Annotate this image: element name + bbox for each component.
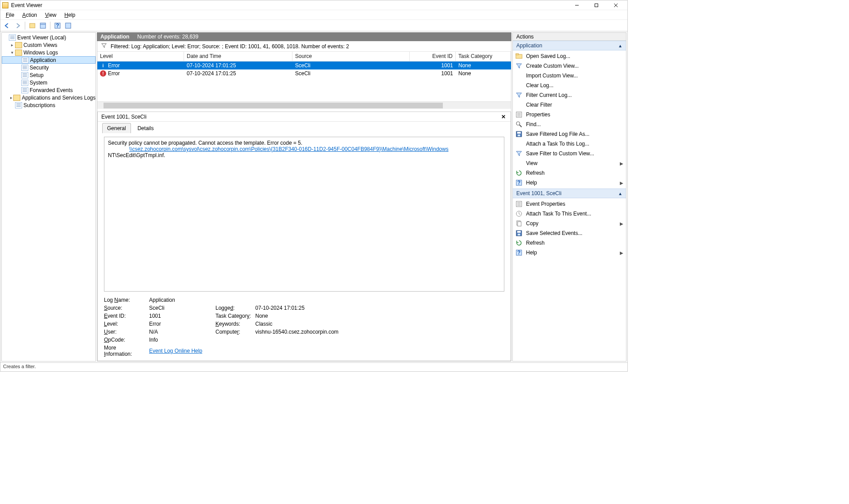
lbl-moreinfo: More Information: xyxy=(104,345,146,357)
refresh-icon xyxy=(515,239,522,246)
action-label: Find... xyxy=(526,121,541,127)
expander-icon[interactable]: ▸ xyxy=(9,95,13,100)
eventviewer-icon xyxy=(9,35,16,41)
scrollbar-thumb[interactable] xyxy=(104,103,443,108)
col-level[interactable]: Level xyxy=(97,52,184,61)
action-properties[interactable]: Properties xyxy=(513,110,626,119)
nav-forward-button[interactable] xyxy=(13,21,23,31)
tree-label: Forwarded Events xyxy=(30,87,73,93)
action-import-custom-view[interactable]: Import Custom View... xyxy=(513,71,626,81)
actions-section-event[interactable]: Event 1001, SceCli ▲ xyxy=(513,189,626,198)
log-icon xyxy=(21,72,28,78)
more-info-link[interactable]: Event Log Online Help xyxy=(149,348,202,354)
tree-root[interactable]: Event Viewer (Local) xyxy=(2,34,96,41)
menu-help[interactable]: Help xyxy=(61,11,79,19)
close-icon[interactable]: ✕ xyxy=(500,113,507,120)
svg-text:?: ? xyxy=(56,23,59,29)
tree-custom-views[interactable]: ▸ Custom Views xyxy=(2,41,96,49)
tree-pane[interactable]: Event Viewer (Local) ▸ Custom Views ▾ Wi… xyxy=(1,32,96,362)
action-label: Open Saved Log... xyxy=(526,53,570,59)
svg-point-16 xyxy=(516,122,520,125)
tab-details[interactable]: Details xyxy=(133,123,159,133)
actions-section-label: Application xyxy=(516,42,542,49)
action-save-selected-events[interactable]: Save Selected Events... xyxy=(513,228,626,238)
app-icon xyxy=(2,2,8,8)
tree-application[interactable]: Application xyxy=(2,56,96,64)
action-refresh[interactable]: Refresh xyxy=(513,238,626,248)
close-button[interactable] xyxy=(606,0,626,10)
msg-link[interactable]: \\csez.zohocorpin.com\sysvol\csez.zohoco… xyxy=(129,146,449,152)
event-message[interactable]: Security policy cannot be propagated. Ca… xyxy=(104,137,504,292)
msg-line1: Security policy cannot be propagated. Ca… xyxy=(108,140,500,146)
action-copy[interactable]: Copy▶ xyxy=(513,219,626,228)
action-save-filter-to-custom-view[interactable]: Save Filter to Custom View... xyxy=(513,149,626,158)
tree-system[interactable]: System xyxy=(2,79,96,86)
action-attach-task-to-this-event[interactable]: Attach Task To This Event... xyxy=(513,209,626,219)
tree-subscriptions[interactable]: Subscriptions xyxy=(2,101,96,109)
actions-pane: Actions Application ▲ Open Saved Log...C… xyxy=(512,32,626,362)
event-row[interactable]: iError07-10-2024 17:01:25SceCli1001None xyxy=(97,62,511,69)
submenu-arrow-icon: ▶ xyxy=(620,181,623,185)
expander-icon[interactable]: ▸ xyxy=(9,42,15,47)
maximize-button[interactable] xyxy=(587,0,606,10)
log-icon xyxy=(22,57,29,63)
action-event-properties[interactable]: Event Properties xyxy=(513,199,626,209)
action-refresh[interactable]: Refresh xyxy=(513,168,626,178)
action-view[interactable]: View▶ xyxy=(513,158,626,168)
action-label: Refresh xyxy=(526,170,545,176)
toolbar-new-button[interactable] xyxy=(27,21,37,31)
nav-back-button[interactable] xyxy=(2,21,12,31)
horizontal-scrollbar[interactable] xyxy=(97,101,511,109)
menu-action[interactable]: Action xyxy=(19,11,40,19)
tree-windows-logs[interactable]: ▾ Windows Logs xyxy=(2,49,96,56)
action-save-filtered-log-file-as[interactable]: Save Filtered Log File As... xyxy=(513,129,626,139)
tree-apps-services[interactable]: ▸ Applications and Services Logs xyxy=(2,94,96,101)
toolbar-window-button[interactable] xyxy=(38,21,48,31)
cell-date: 07-10-2024 17:01:25 xyxy=(184,62,292,69)
find-icon xyxy=(515,121,522,128)
toolbar-extra-button[interactable] xyxy=(63,21,73,31)
event-row[interactable]: !Error07-10-2024 17:01:25SceCli1001None xyxy=(97,69,511,77)
action-filter-current-log[interactable]: Filter Current Log... xyxy=(513,90,626,100)
tree-setup[interactable]: Setup xyxy=(2,71,96,79)
action-attach-a-task-to-this-log[interactable]: Attach a Task To this Log... xyxy=(513,139,626,149)
log-icon xyxy=(21,87,28,93)
blank-icon xyxy=(515,82,522,89)
svg-rect-31 xyxy=(518,222,521,226)
col-source[interactable]: Source xyxy=(292,52,410,61)
action-label: Save Filtered Log File As... xyxy=(526,131,589,137)
action-clear-filter[interactable]: Clear Filter xyxy=(513,100,626,110)
tab-general[interactable]: General xyxy=(102,123,131,133)
expander-icon[interactable]: ▾ xyxy=(9,50,15,55)
action-clear-log[interactable]: Clear Log... xyxy=(513,81,626,90)
grid-body[interactable]: iError07-10-2024 17:01:25SceCli1001None!… xyxy=(97,62,511,101)
col-date[interactable]: Date and Time xyxy=(184,52,292,61)
action-help[interactable]: ?Help▶ xyxy=(513,248,626,258)
minimize-button[interactable] xyxy=(567,0,587,10)
col-id[interactable]: Event ID xyxy=(410,52,456,61)
help-icon: ? xyxy=(515,179,522,186)
statusbar: Creates a filter. xyxy=(0,362,627,371)
action-label: Clear Filter xyxy=(526,102,552,108)
help-icon: ? xyxy=(515,249,522,256)
tree-security[interactable]: Security xyxy=(2,64,96,71)
action-help[interactable]: ?Help▶ xyxy=(513,178,626,188)
submenu-arrow-icon: ▶ xyxy=(620,161,623,166)
menu-view[interactable]: View xyxy=(42,11,60,19)
actions-section-application[interactable]: Application ▲ xyxy=(513,41,626,50)
save-icon xyxy=(515,131,522,138)
toolbar-help-button[interactable]: ? xyxy=(53,21,62,31)
blank-icon xyxy=(515,101,522,108)
action-label: Refresh xyxy=(526,240,545,246)
tree-forwarded[interactable]: Forwarded Events xyxy=(2,86,96,94)
cell-id: 1001 xyxy=(410,70,456,77)
action-open-saved-log[interactable]: Open Saved Log... xyxy=(513,51,626,61)
action-find[interactable]: Find... xyxy=(513,119,626,129)
menu-file[interactable]: File xyxy=(2,11,18,19)
tree-label: Applications and Services Logs xyxy=(22,95,96,101)
svg-rect-5 xyxy=(40,23,46,28)
tree-label: Event Viewer (Local) xyxy=(17,35,66,41)
col-category[interactable]: Task Category xyxy=(456,52,511,61)
filter-text: Filtered: Log: Application; Level: Error… xyxy=(111,43,349,50)
action-create-custom-view[interactable]: Create Custom View... xyxy=(513,61,626,71)
